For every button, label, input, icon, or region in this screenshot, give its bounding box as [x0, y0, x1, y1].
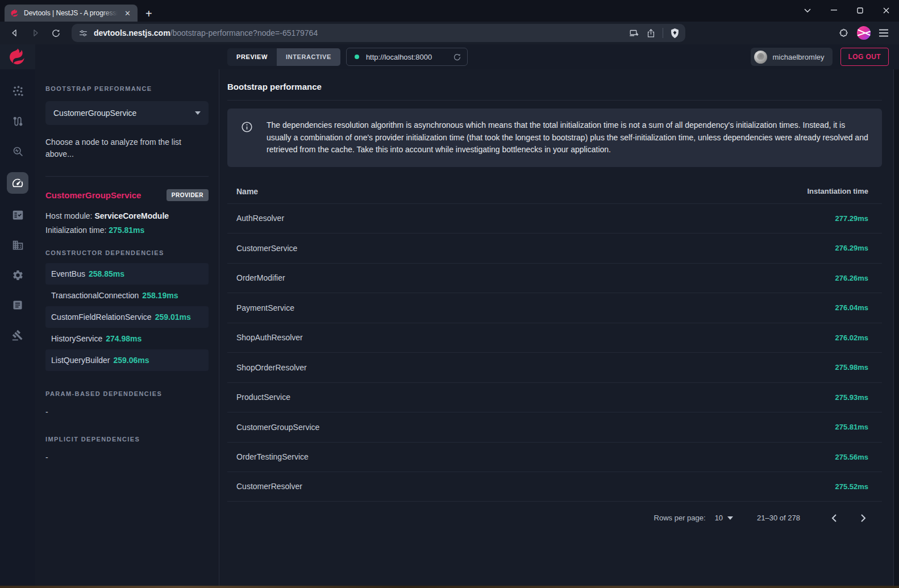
implicit-deps-empty: -	[45, 453, 209, 462]
col-header-name: Name	[236, 187, 258, 196]
logout-button[interactable]: LOG OUT	[840, 48, 889, 66]
page-title: Bootstrap performance	[227, 82, 882, 91]
dependency-item[interactable]: HistoryService 274.98ms	[45, 328, 209, 349]
info-icon	[241, 121, 253, 133]
reload-button[interactable]	[47, 24, 65, 42]
col-header-time: Instantiation time	[807, 187, 868, 195]
menu-icon[interactable]	[879, 29, 889, 37]
table-header: Name Instantiation time	[227, 180, 882, 203]
provider-badge: PROVIDER	[167, 189, 209, 201]
status-dot-icon	[355, 55, 359, 59]
dependency-item[interactable]: CustomFieldRelationService 259.01ms	[45, 306, 209, 328]
url-host: devtools.nestjs.com	[94, 28, 170, 37]
close-window-button[interactable]	[873, 0, 899, 20]
host-module-row: Host module: ServiceCoreModule	[45, 211, 209, 220]
toolbar-right	[838, 26, 893, 40]
table-body: AuthResolver 277.29ms CustomerService 27…	[227, 203, 882, 502]
view-mode-toggle: PREVIEW INTERACTIVE	[227, 48, 340, 66]
selected-node-name: CustomerGroupService	[45, 190, 141, 200]
urlbar-actions	[629, 28, 680, 39]
prev-page-button[interactable]	[825, 510, 842, 527]
node-select-dropdown[interactable]: CustomerGroupService	[45, 101, 209, 125]
docs-icon[interactable]	[7, 296, 28, 314]
table-row[interactable]: CustomerGroupService 275.81ms	[227, 412, 882, 442]
page-range: 21–30 of 278	[757, 514, 800, 522]
bootstrap-performance-icon[interactable]	[7, 172, 28, 194]
send-to-device-icon[interactable]	[629, 28, 639, 38]
forward-button[interactable]	[26, 24, 44, 42]
panel-divider	[45, 176, 209, 177]
table-row[interactable]: CustomerService 276.29ms	[227, 233, 882, 263]
user-pill[interactable]: michaelbromley	[751, 48, 832, 66]
urlbar-divider	[663, 28, 663, 38]
next-page-button[interactable]	[855, 510, 872, 527]
dependency-item[interactable]: TransactionalConnection 258.19ms	[45, 285, 209, 306]
init-time-value: 275.81ms	[109, 226, 144, 235]
brave-shield-icon[interactable]	[670, 28, 680, 39]
table-row[interactable]: CustomerResolver 275.52ms	[227, 472, 882, 502]
graph-nodes-icon[interactable]	[7, 82, 28, 100]
interactive-tab[interactable]: INTERACTIVE	[277, 48, 340, 66]
host-module-value: ServiceCoreModule	[94, 211, 169, 220]
browser-tab[interactable]: Devtools | NestJS - A progressive ✕	[5, 5, 138, 22]
info-callout: The dependencies resolution algorithm is…	[227, 109, 882, 167]
scrollbar[interactable]	[893, 69, 899, 586]
param-deps-title: PARAM-BASED DEPENDENCIES	[45, 390, 209, 397]
table-row[interactable]: ProductService 275.93ms	[227, 382, 882, 412]
table-row[interactable]: ShopAuthResolver 276.02ms	[227, 323, 882, 353]
table-row[interactable]: OrderTestingService 275.56ms	[227, 442, 882, 472]
browser-toolbar: devtools.nestjs.com/bootstrap-performanc…	[0, 22, 899, 44]
refresh-icon[interactable]	[453, 53, 461, 61]
table-row[interactable]: AuthResolver 277.29ms	[227, 203, 882, 233]
inspect-search-icon[interactable]	[7, 142, 28, 160]
window-controls	[794, 0, 899, 20]
app-header: PREVIEW INTERACTIVE http://localhost:800…	[0, 44, 899, 69]
info-text: The dependencies resolution algorithm is…	[267, 119, 868, 156]
share-icon[interactable]	[646, 28, 656, 38]
routes-icon[interactable]	[7, 112, 28, 130]
gavel-icon[interactable]	[7, 326, 28, 344]
node-select-value: CustomerGroupService	[53, 109, 136, 118]
chevron-down-icon	[195, 111, 201, 115]
sidebar-panel: BOOTSTRAP PERFORMANCE CustomerGroupServi…	[35, 69, 219, 586]
tab-close-icon[interactable]: ✕	[122, 9, 133, 18]
settings-gear-icon[interactable]	[7, 266, 28, 284]
browser-profile-avatar[interactable]	[857, 26, 871, 40]
preview-tab[interactable]: PREVIEW	[227, 48, 277, 66]
main-content: Bootstrap performance The dependencies r…	[219, 69, 893, 586]
title-divider	[227, 100, 882, 101]
tab-title: Devtools | NestJS - A progressive	[24, 9, 118, 17]
table-row[interactable]: PaymentService 276.04ms	[227, 293, 882, 323]
panel-section-title: BOOTSTRAP PERFORMANCE	[45, 85, 209, 92]
modules-icon[interactable]	[7, 236, 28, 254]
pagination: Rows per page: 10 21–30 of 278	[227, 507, 882, 529]
tab-search-icon[interactable]	[794, 0, 821, 20]
new-tab-button[interactable]: +	[145, 8, 152, 19]
audit-checklist-icon[interactable]	[7, 206, 28, 224]
nestjs-favicon-icon	[10, 9, 19, 18]
back-button[interactable]	[6, 24, 24, 42]
preview-url-text: http://localhost:8000	[366, 53, 446, 61]
minimize-button[interactable]	[821, 0, 847, 20]
chevron-down-icon	[727, 516, 733, 520]
address-bar[interactable]: devtools.nestjs.com/bootstrap-performanc…	[72, 24, 685, 42]
table-row[interactable]: OrderModifier 276.26ms	[227, 263, 882, 293]
user-avatar	[754, 51, 767, 64]
table-row[interactable]: ShopOrderResolver 275.98ms	[227, 352, 882, 382]
constructor-deps-list: EventBus 258.85ms TransactionalConnectio…	[45, 263, 209, 371]
url-text[interactable]: devtools.nestjs.com/bootstrap-performanc…	[94, 28, 623, 37]
preview-url-field[interactable]: http://localhost:8000	[346, 48, 468, 66]
maximize-button[interactable]	[847, 0, 873, 20]
nestjs-logo-icon[interactable]	[0, 44, 35, 69]
extensions-icon[interactable]	[838, 28, 849, 39]
site-settings-icon[interactable]	[78, 28, 88, 38]
rows-per-page-select[interactable]: 10	[715, 514, 733, 522]
devtools-app: PREVIEW INTERACTIVE http://localhost:800…	[0, 44, 899, 586]
init-time-row: Initialization time: 275.81ms	[45, 226, 209, 235]
selected-node-header: CustomerGroupService PROVIDER	[45, 189, 209, 201]
implicit-deps-title: IMPLICIT DEPENDENCIES	[45, 436, 209, 443]
node-hint-text: Choose a node to analyze from the list a…	[45, 136, 209, 160]
dependency-item[interactable]: ListQueryBuilder 259.06ms	[45, 349, 209, 371]
dependency-item[interactable]: EventBus 258.85ms	[45, 263, 209, 285]
browser-titlebar: Devtools | NestJS - A progressive ✕ +	[0, 0, 899, 22]
